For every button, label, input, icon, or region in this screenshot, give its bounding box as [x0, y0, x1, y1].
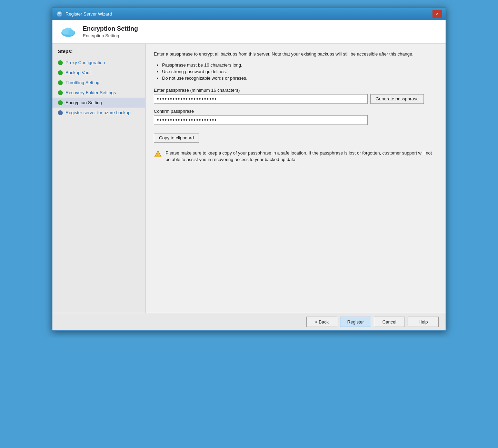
passphrase-group: Enter passphrase (minimum 16 characters)…: [154, 88, 437, 104]
bullet-item-2: Use strong password guidelines.: [162, 69, 437, 74]
page-subtitle: Encryption Setting: [83, 33, 138, 38]
sidebar-item-throttling-label: Throttling Setting: [66, 80, 99, 85]
generate-passphrase-button[interactable]: Generate passphrase: [370, 94, 424, 104]
window-title: Register Server Wizard: [66, 11, 112, 17]
passphrase-label: Enter passphrase (minimum 16 characters): [154, 88, 437, 93]
bullet-list: Passphrase must be 16 characters long. U…: [154, 62, 437, 81]
sidebar-item-recovery-label: Recovery Folder Settings: [66, 90, 116, 95]
header-text: Encryption Setting Encryption Setting: [83, 25, 138, 38]
sidebar-item-encryption-label: Encryption Setting: [66, 100, 102, 105]
close-button[interactable]: ×: [432, 10, 442, 18]
wizard-window: Register Server Wizard × Encryption Sett…: [52, 7, 446, 331]
sidebar: Steps: Proxy Configuration Backup Vault …: [52, 44, 146, 313]
sidebar-item-proxy-label: Proxy Configuration: [66, 60, 105, 65]
sidebar-item-register[interactable]: Register server for azure backup: [52, 108, 145, 118]
sidebar-item-backup-vault-label: Backup Vault: [66, 70, 92, 75]
svg-point-7: [62, 29, 69, 35]
sidebar-item-backup-vault[interactable]: Backup Vault: [52, 68, 145, 78]
dot-recovery: [58, 90, 63, 95]
confirm-passphrase-input[interactable]: [154, 115, 368, 125]
help-button[interactable]: Help: [408, 317, 439, 327]
passphrase-input[interactable]: [154, 94, 368, 104]
sidebar-title: Steps:: [52, 49, 145, 58]
app-icon: [56, 10, 63, 17]
sidebar-item-throttling[interactable]: Throttling Setting: [52, 78, 145, 88]
back-button[interactable]: < Back: [306, 317, 337, 327]
title-bar: Register Server Wizard ×: [52, 8, 446, 20]
footer: < Back Register Cancel Help: [52, 313, 446, 330]
dot-proxy: [58, 60, 63, 65]
description-text: Enter a passphrase to encrypt all backup…: [154, 51, 437, 58]
dot-throttling: [58, 80, 63, 85]
dot-encryption: [58, 100, 63, 105]
svg-text:!: !: [157, 152, 159, 157]
header-area: Encryption Setting Encryption Setting: [52, 20, 446, 44]
passphrase-row: Generate passphrase: [154, 94, 437, 104]
sidebar-item-proxy[interactable]: Proxy Configuration: [52, 58, 145, 68]
copy-to-clipboard-button[interactable]: Copy to clipboard: [154, 133, 199, 143]
confirm-label: Confirm passphrase: [154, 109, 437, 114]
warning-icon: !: [154, 150, 162, 158]
svg-point-8: [68, 30, 74, 35]
confirm-group: Confirm passphrase: [154, 109, 437, 125]
warning-box: ! Please make sure to keep a copy of you…: [154, 150, 437, 163]
main-content-area: Enter a passphrase to encrypt all backup…: [146, 44, 446, 313]
dot-backup-vault: [58, 70, 63, 75]
title-bar-left: Register Server Wizard: [56, 10, 112, 17]
sidebar-item-encryption[interactable]: Encryption Setting: [52, 98, 145, 108]
warning-text: Please make sure to keep a copy of your …: [166, 150, 437, 163]
cloud-icon: [59, 25, 77, 39]
bullet-item-3: Do not use recognizable words or phrases…: [162, 76, 437, 81]
content-area: Steps: Proxy Configuration Backup Vault …: [52, 44, 446, 313]
register-button[interactable]: Register: [340, 317, 371, 327]
bullet-item-1: Passphrase must be 16 characters long.: [162, 62, 437, 68]
page-title: Encryption Setting: [83, 25, 138, 32]
cancel-button[interactable]: Cancel: [374, 317, 405, 327]
sidebar-item-recovery[interactable]: Recovery Folder Settings: [52, 88, 145, 98]
sidebar-item-register-label: Register server for azure backup: [66, 110, 131, 115]
dot-register: [58, 110, 63, 115]
